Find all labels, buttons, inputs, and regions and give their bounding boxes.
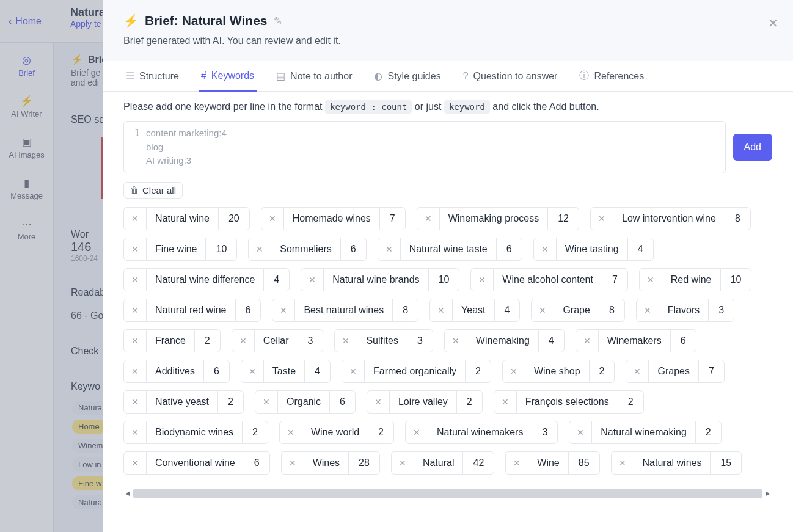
keyword-count[interactable]: 2: [194, 330, 220, 352]
keyword-label[interactable]: Wine: [528, 452, 568, 474]
remove-keyword-icon[interactable]: ✕: [124, 299, 147, 321]
keyword-count[interactable]: 6: [329, 391, 355, 413]
keyword-count[interactable]: 2: [368, 421, 393, 443]
remove-keyword-icon[interactable]: ✕: [124, 360, 147, 382]
keyword-label[interactable]: Winemakers: [599, 330, 670, 352]
keyword-label[interactable]: Loire valley: [390, 391, 456, 413]
tab-question[interactable]: ? Question to answer: [461, 61, 560, 91]
remove-keyword-icon[interactable]: ✕: [124, 421, 147, 443]
keyword-label[interactable]: Homemade wines: [284, 208, 379, 230]
keyword-label[interactable]: François selections: [517, 391, 618, 413]
remove-keyword-icon[interactable]: ✕: [124, 269, 147, 291]
remove-keyword-icon[interactable]: ✕: [255, 391, 278, 413]
scroll-left-icon[interactable]: ◀: [123, 490, 132, 497]
remove-keyword-icon[interactable]: ✕: [367, 391, 390, 413]
remove-keyword-icon[interactable]: ✕: [378, 238, 401, 260]
remove-keyword-icon[interactable]: ✕: [612, 452, 634, 474]
keyword-count[interactable]: 4: [538, 330, 564, 352]
remove-keyword-icon[interactable]: ✕: [569, 421, 592, 443]
remove-keyword-icon[interactable]: ✕: [301, 269, 324, 291]
tab-structure[interactable]: ☰ Structure: [123, 61, 181, 91]
tab-note[interactable]: ▤ Note to author: [274, 61, 354, 91]
tab-references[interactable]: ⓘ References: [577, 61, 646, 91]
keyword-label[interactable]: Cellar: [255, 330, 298, 352]
remove-keyword-icon[interactable]: ✕: [392, 452, 414, 474]
keyword-label[interactable]: Winemaking: [467, 330, 538, 352]
keyword-count[interactable]: 4: [494, 299, 520, 321]
keyword-label[interactable]: Natural red wine: [147, 299, 235, 321]
remove-keyword-icon[interactable]: ✕: [124, 330, 147, 352]
keyword-label[interactable]: Biodynamic wines: [147, 421, 242, 443]
keyword-count[interactable]: 2: [695, 421, 721, 443]
keyword-count[interactable]: 2: [465, 360, 491, 382]
remove-keyword-icon[interactable]: ✕: [241, 360, 264, 382]
tab-keywords[interactable]: # Keywords: [199, 61, 257, 92]
keyword-count[interactable]: 7: [379, 208, 405, 230]
keyword-label[interactable]: France: [147, 330, 194, 352]
remove-keyword-icon[interactable]: ✕: [503, 360, 525, 382]
clear-all-button[interactable]: 🗑 Clear all: [123, 182, 183, 199]
keyword-count[interactable]: 4: [263, 269, 289, 291]
keyword-count[interactable]: 7: [698, 360, 724, 382]
remove-keyword-icon[interactable]: ✕: [124, 391, 147, 413]
keyword-count[interactable]: 15: [710, 452, 741, 474]
keyword-label[interactable]: Natural: [414, 452, 463, 474]
remove-keyword-icon[interactable]: ✕: [506, 452, 528, 474]
keyword-count[interactable]: 6: [244, 452, 269, 474]
remove-keyword-icon[interactable]: ✕: [342, 360, 365, 382]
keyword-label[interactable]: Grapes: [649, 360, 698, 382]
keyword-label[interactable]: Wine shop: [525, 360, 589, 382]
keyword-label[interactable]: Natural wine difference: [147, 269, 263, 291]
keyword-label[interactable]: Sommeliers: [271, 238, 340, 260]
remove-keyword-icon[interactable]: ✕: [124, 208, 147, 230]
keyword-count[interactable]: 7: [602, 269, 627, 291]
remove-keyword-icon[interactable]: ✕: [532, 299, 554, 321]
keyword-count[interactable]: 20: [218, 208, 249, 230]
keyword-count[interactable]: 3: [532, 421, 557, 443]
remove-keyword-icon[interactable]: ✕: [640, 269, 662, 291]
remove-keyword-icon[interactable]: ✕: [626, 360, 649, 382]
keyword-count[interactable]: 4: [627, 238, 653, 260]
keyword-count[interactable]: 6: [670, 330, 696, 352]
horizontal-scrollbar[interactable]: ◀ ▶: [123, 488, 772, 499]
remove-keyword-icon[interactable]: ✕: [417, 208, 440, 230]
keyword-count[interactable]: 6: [496, 238, 522, 260]
remove-keyword-icon[interactable]: ✕: [335, 330, 357, 352]
keyword-label[interactable]: Red wine: [662, 269, 720, 291]
keyword-count[interactable]: 2: [242, 421, 268, 443]
keyword-label[interactable]: Natural wine brands: [324, 269, 428, 291]
keyword-label[interactable]: Natural wines: [634, 452, 711, 474]
keyword-label[interactable]: Natural wine taste: [401, 238, 496, 260]
keyword-count[interactable]: 10: [428, 269, 459, 291]
keyword-count[interactable]: 2: [217, 391, 243, 413]
tab-style[interactable]: ◐ Style guides: [371, 61, 443, 91]
keyword-count[interactable]: 4: [304, 360, 330, 382]
remove-keyword-icon[interactable]: ✕: [249, 238, 271, 260]
keyword-label[interactable]: Fine wine: [147, 238, 205, 260]
keyword-label[interactable]: Natural wine: [147, 208, 218, 230]
scroll-right-icon[interactable]: ▶: [764, 490, 772, 497]
remove-keyword-icon[interactable]: ✕: [534, 238, 557, 260]
keyword-count[interactable]: 2: [618, 391, 643, 413]
keyword-label[interactable]: Grape: [554, 299, 598, 321]
keyword-label[interactable]: Conventional wine: [147, 452, 244, 474]
remove-keyword-icon[interactable]: ✕: [124, 452, 147, 474]
keyword-label[interactable]: Low intervention wine: [613, 208, 725, 230]
keyword-count[interactable]: 6: [203, 360, 229, 382]
close-icon[interactable]: ✕: [768, 16, 778, 31]
keyword-label[interactable]: Farmed organically: [365, 360, 465, 382]
keyword-label[interactable]: Wine world: [302, 421, 368, 443]
keyword-label[interactable]: Native yeast: [147, 391, 217, 413]
keyword-count[interactable]: 12: [547, 208, 579, 230]
keyword-count[interactable]: 10: [720, 269, 751, 291]
keyword-label[interactable]: Flavors: [659, 299, 708, 321]
remove-keyword-icon[interactable]: ✕: [282, 452, 304, 474]
keyword-count[interactable]: 6: [235, 299, 261, 321]
keyword-count[interactable]: 28: [348, 452, 379, 474]
keyword-count[interactable]: 2: [589, 360, 615, 382]
keyword-count[interactable]: 85: [568, 452, 599, 474]
remove-keyword-icon[interactable]: ✕: [637, 299, 659, 321]
scroll-thumb[interactable]: [133, 489, 762, 498]
remove-keyword-icon[interactable]: ✕: [124, 238, 147, 260]
remove-keyword-icon[interactable]: ✕: [430, 299, 453, 321]
